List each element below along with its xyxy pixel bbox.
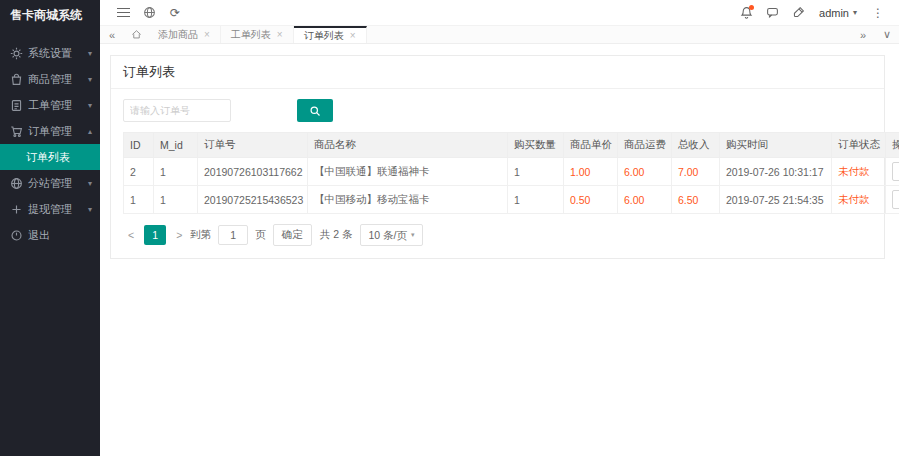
current-page-button[interactable]: 1: [144, 225, 166, 245]
col-status: 订单状态: [832, 133, 886, 158]
sidebar: 售卡商城系统 系统设置 ▾ 商品管理 ▾ 工单管理 ▾ 订单管理 ▴: [0, 0, 100, 456]
refresh-icon[interactable]: ⟳: [162, 0, 188, 26]
hamburger-icon: [117, 5, 130, 20]
menu-fold-icon[interactable]: [110, 0, 136, 26]
cell-total: 7.00: [672, 158, 720, 186]
sidebar-item-withdraw-management[interactable]: 提现管理 ▾: [0, 196, 100, 222]
more-menu-icon[interactable]: ⋮: [865, 0, 891, 26]
col-price: 商品单价: [564, 133, 618, 158]
sidebar-item-product-management[interactable]: 商品管理 ▾: [0, 66, 100, 92]
table-row: 1 1 20190725215436523 【中国移动】移动宝福卡 1 0.50…: [124, 186, 899, 214]
sidebar-item-label: 退出: [28, 228, 92, 243]
cell-ops: 操作删除: [886, 158, 899, 186]
chevron-down-icon: ▾: [88, 49, 92, 58]
home-icon[interactable]: [124, 26, 148, 43]
search-row: [123, 99, 872, 122]
orders-table: ID M_id 订单号 商品名称 购买数量 商品单价 商品运费 总收入 购买时间…: [123, 132, 899, 214]
operate-button[interactable]: 操作: [892, 162, 899, 181]
prev-page-button[interactable]: <: [123, 229, 139, 241]
per-page-select[interactable]: 10 条/页 ▾: [360, 224, 422, 246]
sidebar-submenu: 订单列表: [0, 144, 100, 170]
col-product: 商品名称: [308, 133, 508, 158]
chevron-down-icon: ▾: [88, 205, 92, 214]
tabs-dropdown-icon[interactable]: ∨: [875, 26, 899, 43]
tabs-expand-right-icon[interactable]: »: [851, 26, 875, 43]
plus-circle-icon: [10, 203, 23, 216]
sidebar-item-order-management[interactable]: 订单管理 ▴: [0, 118, 100, 144]
power-icon: [10, 229, 23, 242]
notification-badge: [749, 5, 754, 10]
sidebar-item-label: 商品管理: [28, 72, 86, 87]
cell-ops: 操作删除: [886, 186, 899, 214]
cell-product: 【中国移动】移动宝福卡: [308, 186, 508, 214]
confirm-button[interactable]: 确定: [273, 224, 312, 246]
cell-id: 2: [124, 158, 154, 186]
sidebar-item-label: 分站管理: [28, 176, 86, 191]
col-time: 购买时间: [720, 133, 832, 158]
cell-qty: 1: [508, 158, 564, 186]
cell-mid: 1: [154, 158, 198, 186]
sidebar-item-system-settings[interactable]: 系统设置 ▾: [0, 40, 100, 66]
theme-icon[interactable]: [785, 0, 811, 26]
page-unit-label: 页: [255, 228, 266, 242]
col-id: ID: [124, 133, 154, 158]
chevron-down-icon: ▾: [88, 179, 92, 188]
sidebar-item-order-list-active[interactable]: 订单列表: [0, 144, 100, 170]
close-icon[interactable]: ×: [204, 29, 210, 40]
cell-mid: 1: [154, 186, 198, 214]
col-ops: 操作: [886, 133, 899, 158]
goto-label: 到第: [190, 228, 211, 242]
cell-price: 1.00: [564, 158, 618, 186]
cart-icon: [10, 125, 23, 138]
search-icon: [309, 105, 321, 117]
cell-order-no: 20190726103117662: [198, 158, 308, 186]
card-body: ID M_id 订单号 商品名称 购买数量 商品单价 商品运费 总收入 购买时间…: [111, 89, 884, 258]
notification-bell-icon[interactable]: [733, 0, 759, 26]
goto-page-input[interactable]: [218, 225, 248, 245]
per-page-value: 10 条/页: [368, 225, 407, 245]
order-list-card: 订单列表: [110, 55, 885, 259]
sidebar-item-substation-management[interactable]: 分站管理 ▾: [0, 170, 100, 196]
tab-workorder-list[interactable]: 工单列表 ×: [221, 26, 294, 43]
tab-order-list[interactable]: 订单列表 ×: [294, 26, 367, 43]
cell-shipping: 6.00: [618, 186, 672, 214]
operate-button[interactable]: 操作: [892, 190, 899, 209]
sidebar-item-logout[interactable]: 退出: [0, 222, 100, 248]
username: admin: [819, 7, 849, 19]
tab-label: 添加商品: [158, 28, 198, 42]
cell-total: 6.50: [672, 186, 720, 214]
gear-icon: [10, 47, 23, 60]
tabbar-spacer: [367, 26, 851, 43]
sidebar-item-label: 提现管理: [28, 202, 86, 217]
close-icon[interactable]: ×: [277, 29, 283, 40]
user-menu[interactable]: admin ▾: [811, 7, 865, 19]
pagination: < 1 > 到第 页 确定 共 2 条 10 条/页 ▾: [123, 224, 872, 246]
col-qty: 购买数量: [508, 133, 564, 158]
table-header-row: ID M_id 订单号 商品名称 购买数量 商品单价 商品运费 总收入 购买时间…: [124, 133, 899, 158]
col-mid: M_id: [154, 133, 198, 158]
tab-add-product[interactable]: 添加商品 ×: [148, 26, 221, 43]
cell-shipping: 6.00: [618, 158, 672, 186]
sidebar-item-workorder-management[interactable]: 工单管理 ▾: [0, 92, 100, 118]
order-number-search-input[interactable]: [123, 99, 231, 122]
topbar: ⟳ admin ▾ ⋮: [100, 0, 899, 26]
cell-id: 1: [124, 186, 154, 214]
col-order-no: 订单号: [198, 133, 308, 158]
tabs-collapse-left-icon[interactable]: «: [100, 26, 124, 43]
sidebar-item-label: 系统设置: [28, 46, 86, 61]
next-page-button[interactable]: >: [171, 229, 187, 241]
total-count-label: 共 2 条: [320, 228, 353, 242]
document-icon: [10, 99, 23, 112]
status-badge: 未付款: [832, 186, 886, 214]
tab-label: 订单列表: [304, 29, 344, 43]
sidebar-nav: 系统设置 ▾ 商品管理 ▾ 工单管理 ▾ 订单管理 ▴ 订单列表: [0, 40, 100, 248]
globe-toolbar-icon[interactable]: [136, 0, 162, 26]
message-icon[interactable]: [759, 0, 785, 26]
close-icon[interactable]: ×: [350, 30, 356, 41]
search-button[interactable]: [297, 99, 333, 122]
cell-price: 0.50: [564, 186, 618, 214]
chevron-down-icon: ▾: [88, 75, 92, 84]
status-badge: 未付款: [832, 158, 886, 186]
table-row: 2 1 20190726103117662 【中国联通】联通福神卡 1 1.00…: [124, 158, 899, 186]
tab-label: 工单列表: [231, 28, 271, 42]
